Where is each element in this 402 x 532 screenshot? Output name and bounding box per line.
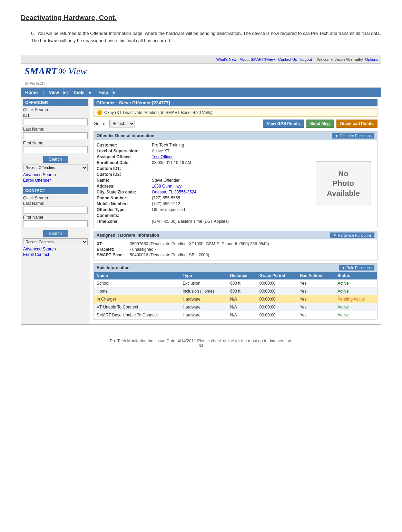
- offender-header: Offender - Steve Offender [224777]: [94, 99, 378, 106]
- row-name: SMART Base Unable To Connect: [94, 311, 180, 319]
- row-status: Active: [335, 311, 377, 319]
- row-type: Hardware: [180, 311, 227, 319]
- goto-label: Go To:: [94, 121, 107, 126]
- contact-us-link[interactable]: Contact Us: [278, 57, 297, 61]
- first-name-offender-label: First Name:: [23, 141, 88, 145]
- last-name-contact-input[interactable]: [23, 207, 88, 213]
- menu-view[interactable]: View: [45, 88, 63, 97]
- page-number: 34: [21, 343, 381, 348]
- advanced-search-offender-link[interactable]: Advanced Search: [23, 172, 88, 177]
- bracelet-value: - unassigned -: [130, 247, 156, 252]
- search-contact-button[interactable]: Search: [43, 230, 67, 237]
- info-right: No Photo Available: [312, 143, 374, 225]
- menu-home[interactable]: Home: [21, 88, 42, 97]
- logo-smart: SMART: [24, 66, 57, 76]
- custom-id1-row: Custom ID1:: [97, 166, 309, 171]
- first-name-contact-input[interactable]: [23, 220, 88, 227]
- goto-row: Go To: Select... View GPS Points Send Ms…: [94, 120, 378, 128]
- footer-text: Pro Tech Monitoring Inc. Issue Date: 4/1…: [21, 339, 381, 343]
- top-nav-links: What's New About SMART®View Contact Us L…: [216, 57, 378, 62]
- last-name-contact-label: Last Name:: [23, 201, 88, 206]
- name-label: Name:: [97, 178, 152, 183]
- last-name-offender-label: Last Name:: [23, 127, 88, 132]
- view-arrow-icon: ▶: [63, 91, 66, 94]
- row-type: Exclusion: [180, 279, 227, 287]
- smart-base-value: 50400016 (Deactivate Pending, SBU 2000): [130, 253, 209, 257]
- top-nav-bar: What's New About SMART®View Contact Us L…: [21, 55, 381, 64]
- options-link[interactable]: Options: [365, 57, 378, 61]
- menu-tools[interactable]: Tools: [69, 88, 89, 97]
- last-name-offender-input[interactable]: [23, 132, 88, 139]
- content-area: OFFENDER Quick Search: ID1: Last Name: F…: [21, 97, 381, 324]
- search-offender-button[interactable]: Search: [43, 156, 67, 163]
- enrollment-label: Enrollment Date:: [97, 160, 152, 165]
- city-link[interactable]: Odessa, FL 33556-3524: [152, 190, 196, 194]
- info-left: Customer: Pro Tech Training Level of Sup…: [97, 143, 309, 225]
- row-has-actions: Yes: [297, 311, 335, 319]
- enrollment-row: Enrollment Date: 03/03/2011 10:46 AM: [97, 160, 309, 165]
- main-content: Offender - Steve Offender [224777] Okay …: [90, 97, 381, 324]
- view-gps-button[interactable]: View GPS Points: [263, 120, 304, 128]
- col-type: Type: [180, 272, 227, 279]
- phone-label: Phone Number:: [97, 196, 152, 200]
- row-distance: N/A: [227, 311, 257, 319]
- menu-help[interactable]: Help: [94, 88, 112, 97]
- mobile-value: (727) 555-1212: [152, 201, 180, 206]
- rule-table: Name Type Distance Grace Period Has Acti…: [94, 272, 377, 319]
- smart-base-row: SMART Base: 50400016 (Deactivate Pending…: [97, 253, 374, 257]
- about-link[interactable]: About SMART®View: [240, 57, 275, 61]
- advanced-search-contact-link[interactable]: Advanced Search: [23, 247, 88, 251]
- status-icon: [97, 110, 102, 115]
- offender-info-section: Offender General Information ▼ Offender …: [94, 131, 378, 228]
- row-grace: 00:00:00: [257, 279, 297, 287]
- no-photo-box: No Photo Available: [316, 161, 371, 206]
- city-value: Odessa, FL 33556-3524: [152, 190, 196, 194]
- step-number: 6.: [31, 31, 35, 36]
- offender-functions-button[interactable]: ▼ Offender Functions: [332, 133, 374, 139]
- row-has-actions: Yes: [297, 279, 335, 287]
- first-name-offender-input[interactable]: [23, 146, 88, 153]
- comments-label: Comments:: [97, 213, 152, 218]
- recent-contacts-dropdown[interactable]: Recent Contacts...: [23, 238, 88, 245]
- send-msg-button[interactable]: Send Msg: [306, 120, 334, 128]
- rule-info-header: Rule Information ▼ Rule Functions: [94, 264, 377, 272]
- logo-view: ® View: [59, 66, 87, 76]
- info-grid: Customer: Pro Tech Training Level of Sup…: [97, 143, 374, 225]
- officer-link[interactable]: Test Officer: [152, 154, 173, 159]
- col-distance: Distance: [227, 272, 257, 279]
- row-name: Home: [94, 287, 180, 295]
- customer-value: Pro Tech Training: [152, 143, 184, 148]
- logout-link[interactable]: Logout: [300, 57, 312, 61]
- hardware-functions-button[interactable]: ▼ Hardware Functions: [330, 232, 374, 238]
- offender-type-row: Offender Type: Other/Unspecified: [97, 207, 309, 212]
- whats-new-link[interactable]: What's New: [216, 57, 236, 61]
- download-points-button[interactable]: Download Points: [336, 120, 378, 128]
- custom-id1-label: Custom ID1:: [97, 166, 152, 171]
- phone-row: Phone Number: (727) 555-5555: [97, 196, 309, 200]
- quick-search-offender-label: Quick Search:: [23, 107, 88, 112]
- offender-info-content: Customer: Pro Tech Training Level of Sup…: [94, 140, 377, 228]
- row-type: Inclusion (Home): [180, 287, 227, 295]
- officer-row: Assigned Officer: Test Officer: [97, 154, 309, 159]
- enroll-contact-link[interactable]: Enroll Contact: [23, 252, 88, 257]
- rule-table-body: School Exclusion 600 ft 00:00:00 Yes Act…: [94, 279, 377, 319]
- sidebar: OFFENDER Quick Search: ID1: Last Name: F…: [21, 97, 90, 324]
- goto-select[interactable]: Select...: [109, 120, 135, 127]
- timezone-row: Time Zone: (GMT -05:00) Eastern Time (DS…: [97, 219, 309, 224]
- row-has-actions: Yes: [297, 295, 335, 303]
- row-name: In Charger: [94, 295, 180, 303]
- id1-input[interactable]: [23, 118, 88, 125]
- level-label: Level of Supervision:: [97, 149, 152, 153]
- row-grace: 00:00:00: [257, 311, 297, 319]
- hardware-info-header: Assigned Hardware Information ▼ Hardware…: [94, 231, 377, 239]
- enroll-offender-link[interactable]: Enroll Offender: [23, 178, 88, 183]
- address-link[interactable]: 1838 Gunn Hwy: [152, 184, 182, 189]
- first-name-contact-label: First Name:: [23, 215, 88, 220]
- rule-functions-button[interactable]: ▼ Rule Functions: [339, 265, 374, 270]
- recent-offenders-dropdown[interactable]: Recent Offenders...: [23, 164, 88, 171]
- row-distance: N/A: [227, 295, 257, 303]
- rule-info-section: Rule Information ▼ Rule Functions Name T…: [94, 263, 378, 320]
- smart-base-label: SMART Base:: [97, 253, 128, 257]
- row-status: Active: [335, 279, 377, 287]
- row-status: Pending Active: [335, 295, 377, 303]
